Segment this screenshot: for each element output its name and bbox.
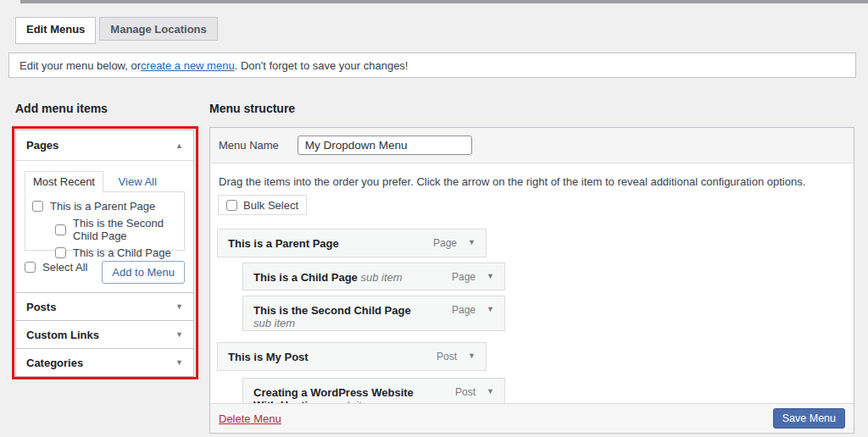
pages-checklist: This is a Parent Page This is the Second… bbox=[25, 191, 185, 251]
menu-item-subitem-label: sub item bbox=[253, 317, 295, 329]
menu-item-type-label: Post bbox=[437, 351, 457, 362]
accordion-custom-links-title: Custom Links bbox=[26, 329, 99, 341]
chevron-down-icon[interactable]: ▼ bbox=[487, 305, 494, 313]
tab-manage-locations[interactable]: Manage Locations bbox=[99, 17, 217, 41]
menu-name-label: Menu Name bbox=[219, 139, 279, 152]
menu-item-parent-page[interactable]: This is a Parent Page Page ▼ bbox=[217, 229, 487, 257]
checklist-item-second-child-page: This is the Second Child Page bbox=[55, 217, 177, 242]
chevron-down-icon[interactable]: ▼ bbox=[175, 302, 183, 311]
chevron-down-icon[interactable]: ▼ bbox=[487, 272, 494, 280]
accordion-posts-title: Posts bbox=[26, 301, 56, 313]
chevron-down-icon[interactable]: ▼ bbox=[175, 358, 183, 367]
menu-item-type-label: Page bbox=[452, 271, 476, 283]
menu-structure-box: Menu Name Drag the items into the order … bbox=[209, 127, 854, 434]
checklist-item-label: This is a Child Page bbox=[73, 246, 171, 259]
notice-text-before: Edit your menu below, or bbox=[19, 59, 141, 72]
chevron-down-icon[interactable]: ▼ bbox=[468, 238, 476, 246]
menu-item-subitem-label: sub item bbox=[360, 271, 402, 284]
accordion-pages-title: Pages bbox=[26, 139, 58, 152]
accordion-categories-title: Categories bbox=[26, 357, 83, 369]
chevron-down-icon[interactable]: ▼ bbox=[175, 330, 183, 339]
nav-tab-bar: Edit Menus Manage Locations bbox=[15, 17, 221, 44]
add-to-menu-button[interactable]: Add to Menu bbox=[102, 261, 185, 284]
pages-filter-tabs: Most Recent View All Search bbox=[25, 171, 185, 191]
select-all-checkbox[interactable] bbox=[25, 262, 36, 273]
menu-item-title: This is My Post bbox=[228, 351, 309, 363]
checkbox-parent-page[interactable] bbox=[32, 201, 43, 212]
checkbox-second-child-page[interactable] bbox=[55, 224, 66, 235]
menu-item-title: This is a Parent Page bbox=[228, 237, 339, 250]
menu-item-type-label: Post bbox=[455, 386, 476, 398]
cropped-top-bar bbox=[20, 0, 868, 3]
bulk-select-label: Bulk Select bbox=[243, 199, 298, 212]
tab-view-all[interactable]: View All bbox=[119, 175, 157, 188]
menu-item-type-label: Page bbox=[433, 237, 457, 249]
checkbox-child-page[interactable] bbox=[55, 247, 66, 258]
bulk-select-control[interactable]: Bulk Select bbox=[218, 195, 307, 215]
checklist-item-label: This is the Second Child Page bbox=[73, 217, 177, 242]
menu-item-child-page[interactable]: This is a Child Page sub item Page ▼ bbox=[242, 263, 505, 290]
menu-item-title: This is a Child Page bbox=[253, 271, 358, 284]
drag-instructions: Drag the items into the order you prefer… bbox=[219, 175, 805, 188]
select-all-label: Select All bbox=[42, 261, 87, 274]
delete-menu-link[interactable]: Delete Menu bbox=[219, 412, 281, 425]
checklist-item-parent-page: This is a Parent Page bbox=[32, 200, 177, 213]
menu-structure-heading: Menu structure bbox=[209, 102, 295, 115]
accordion-categories-panel: Categories ▼ bbox=[16, 348, 193, 376]
menu-actions-footer: Delete Menu Save Menu bbox=[210, 403, 854, 433]
create-new-menu-link[interactable]: create a new menu bbox=[141, 59, 235, 72]
menu-item-second-child-page[interactable]: This is the Second Child Page sub item P… bbox=[242, 296, 505, 331]
accordion-pages[interactable]: Pages ▲ bbox=[16, 130, 193, 160]
tab-edit-menus[interactable]: Edit Menus bbox=[15, 17, 96, 44]
add-menu-items-heading: Add menu items bbox=[15, 102, 108, 115]
accordion-custom-links-panel: Custom Links ▼ bbox=[16, 320, 193, 348]
notice-text-after: . Don't forget to save your changes! bbox=[235, 59, 409, 72]
accordion-posts-panel: Posts ▼ bbox=[16, 292, 193, 320]
checklist-item-label: This is a Parent Page bbox=[50, 200, 155, 213]
menu-item-type-label: Page bbox=[452, 304, 476, 316]
bulk-select-checkbox[interactable] bbox=[226, 200, 237, 211]
accordion-custom-links[interactable]: Custom Links ▼ bbox=[16, 321, 193, 348]
chevron-down-icon[interactable]: ▼ bbox=[468, 351, 476, 360]
checklist-item-child-page: This is a Child Page bbox=[55, 246, 177, 259]
menu-item-title: This is the Second Child Page bbox=[253, 304, 411, 317]
accordion-categories[interactable]: Categories ▼ bbox=[16, 349, 193, 376]
chevron-up-icon[interactable]: ▲ bbox=[175, 141, 183, 150]
menu-name-row: Menu Name bbox=[210, 128, 854, 163]
menu-name-input[interactable] bbox=[298, 136, 472, 155]
add-menu-items-panel-group: Pages ▲ Most Recent View All Search This… bbox=[15, 130, 194, 377]
chevron-down-icon[interactable]: ▼ bbox=[487, 387, 494, 396]
notice-bar: Edit your menu below, or create a new me… bbox=[8, 53, 856, 78]
save-menu-button[interactable]: Save Menu bbox=[773, 408, 845, 429]
pages-panel-body: Most Recent View All Search This is a Pa… bbox=[16, 160, 193, 292]
accordion-posts[interactable]: Posts ▼ bbox=[16, 293, 193, 320]
menu-item-my-post[interactable]: This is My Post Post ▼ bbox=[217, 342, 487, 371]
tab-most-recent[interactable]: Most Recent bbox=[25, 171, 103, 193]
